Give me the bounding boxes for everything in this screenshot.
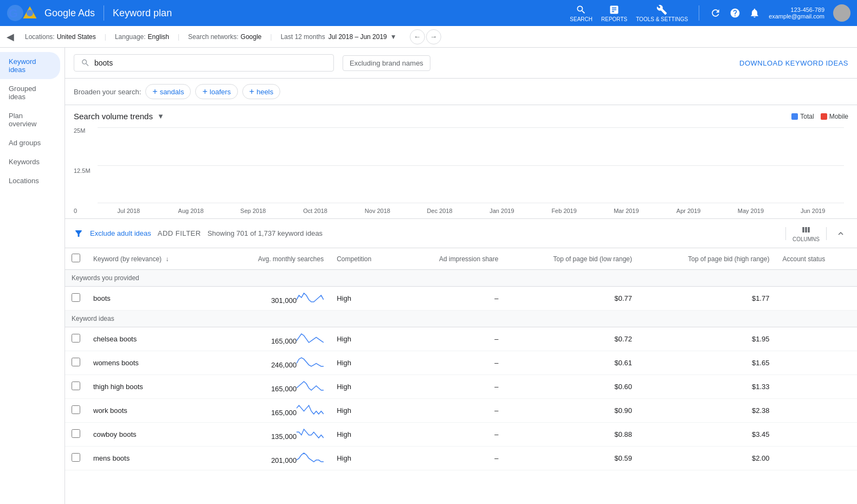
sidebar-item-keywords[interactable]: Keywords — [0, 152, 60, 171]
nav-divider — [104, 5, 104, 21]
broaden-tag-sandals[interactable]: + sandals — [145, 84, 191, 99]
table-row[interactable]: thigh high boots 165,000 High – $0.60 $1… — [65, 375, 857, 399]
reports-nav-button[interactable]: REPORTS — [601, 4, 627, 22]
keyword-search-input[interactable] — [94, 59, 327, 67]
row-checkbox[interactable] — [72, 358, 80, 366]
chart-x-labels: Jul 2018Aug 2018Sep 2018Oct 2018Nov 2018… — [98, 208, 844, 214]
notifications-button[interactable] — [749, 8, 760, 18]
row-bid-high: $1.33 — [639, 375, 776, 399]
row-checkbox[interactable] — [72, 382, 80, 390]
row-checkbox-cell[interactable] — [65, 375, 87, 399]
chart-legend: Total Mobile — [791, 113, 848, 120]
row-checkbox[interactable] — [72, 334, 80, 343]
filter-right: COLUMNS — [783, 224, 848, 242]
date-range-filter[interactable]: Last 12 months Jul 2018 – Jun 2019 ▼ — [281, 33, 397, 41]
add-filter-button[interactable]: ADD FILTER — [158, 229, 201, 237]
user-avatar[interactable] — [833, 4, 850, 22]
table-row[interactable]: work boots 165,000 High – $0.90 $2.38 — [65, 399, 857, 423]
search-networks-label: Search networks: — [188, 33, 239, 41]
date-prev-button[interactable]: ← — [410, 29, 425, 44]
row-checkbox[interactable] — [72, 453, 80, 462]
showing-text: Showing 701 of 1,737 keyword ideas — [208, 229, 323, 237]
date-range-dropdown-icon[interactable]: ▼ — [390, 33, 397, 41]
main-content: Excluding brand names DOWNLOAD KEYWORD I… — [65, 48, 857, 504]
y-label-25m: 25M — [74, 127, 95, 134]
row-checkbox-cell[interactable] — [65, 351, 87, 375]
row-bid-low: $0.59 — [505, 447, 639, 470]
legend-mobile-label: Mobile — [829, 113, 848, 120]
th-keyword[interactable]: Keyword (by relevance) ↓ — [87, 248, 216, 270]
language-filter[interactable]: Language: English — [115, 33, 169, 41]
mini-trend-chart — [297, 357, 324, 367]
row-bid-low: $0.60 — [505, 375, 639, 399]
locations-filter[interactable]: Locations: United States — [25, 33, 96, 41]
filter-icon — [74, 229, 83, 238]
tools-nav-label: TOOLS & SETTINGS — [636, 16, 688, 22]
plus-icon-3: + — [249, 87, 254, 96]
x-label: Apr 2019 — [658, 208, 720, 214]
exclude-adult-link[interactable]: Exclude adult ideas — [90, 229, 151, 237]
th-checkbox[interactable] — [65, 248, 87, 270]
date-range-value: Jul 2018 – Jun 2019 — [328, 33, 387, 41]
row-checkbox-cell[interactable] — [65, 399, 87, 423]
row-account-status — [776, 447, 857, 470]
search-nav-label: SEARCH — [570, 16, 592, 22]
broaden-tag-loafers[interactable]: + loafers — [195, 84, 237, 99]
row-bid-high: $1.95 — [639, 327, 776, 351]
row-impression-share: – — [399, 447, 505, 470]
row-checkbox-cell[interactable] — [65, 447, 87, 470]
chart-dropdown-icon[interactable]: ▼ — [157, 112, 164, 120]
table-row[interactable]: mens boots 201,000 High – $0.59 $2.00 — [65, 447, 857, 470]
download-keyword-ideas-button[interactable]: DOWNLOAD KEYWORD IDEAS — [739, 59, 848, 67]
sep3: | — [270, 33, 272, 41]
filter-divider-2 — [826, 227, 827, 240]
legend-total-dot — [791, 113, 798, 120]
row-bid-high: $1.65 — [639, 351, 776, 375]
sidebar-item-ad-groups[interactable]: Ad groups — [0, 133, 60, 152]
date-next-button[interactable]: → — [426, 29, 441, 44]
excluding-brand-button[interactable]: Excluding brand names — [343, 55, 430, 71]
table-row[interactable]: cowboy boots 135,000 High – $0.88 $3.45 — [65, 423, 857, 447]
app-name: Google Ads — [44, 8, 95, 19]
search-input-wrap[interactable] — [74, 54, 334, 72]
row-checkbox-cell[interactable] — [65, 327, 87, 351]
broaden-heels-label: heels — [256, 88, 273, 96]
row-competition: High — [330, 423, 399, 447]
row-checkbox[interactable] — [72, 429, 80, 438]
tools-nav-button[interactable]: TOOLS & SETTINGS — [636, 4, 688, 22]
x-label: Mar 2019 — [595, 208, 658, 214]
sidebar-item-plan-overview[interactable]: Plan overview — [0, 106, 60, 133]
sidebar: Keyword ideas Grouped ideas Plan overvie… — [0, 48, 65, 504]
collapse-button[interactable] — [833, 226, 848, 241]
row-impression-share: – — [399, 375, 505, 399]
search-bar: Excluding brand names DOWNLOAD KEYWORD I… — [65, 48, 857, 79]
refresh-button[interactable] — [710, 8, 721, 18]
row-avg-searches: 201,000 — [216, 447, 330, 470]
row-checkbox-cell[interactable] — [65, 287, 87, 311]
sidebar-toggle[interactable]: ◀ — [7, 31, 14, 43]
row-keyword: mens boots — [87, 447, 216, 470]
table-row[interactable]: womens boots 246,000 High – $0.61 $1.65 — [65, 351, 857, 375]
search-networks-value: Google — [241, 33, 262, 41]
table-row[interactable]: chelsea boots 165,000 High – $0.72 $1.95 — [65, 327, 857, 351]
row-checkbox[interactable] — [72, 405, 80, 414]
legend-total: Total — [791, 113, 814, 120]
locations-value: United States — [57, 33, 96, 41]
row-checkbox-cell[interactable] — [65, 423, 87, 447]
x-label: Sep 2018 — [222, 208, 285, 214]
columns-button[interactable]: COLUMNS — [792, 224, 820, 242]
x-label: Feb 2019 — [533, 208, 595, 214]
plus-icon: + — [152, 87, 157, 96]
sidebar-item-locations[interactable]: Locations — [0, 171, 60, 190]
search-networks-filter[interactable]: Search networks: Google — [188, 33, 261, 41]
help-button[interactable] — [730, 8, 740, 18]
search-nav-button[interactable]: SEARCH — [570, 4, 592, 22]
legend-mobile-dot — [821, 113, 827, 120]
sidebar-item-keyword-ideas[interactable]: Keyword ideas — [0, 52, 60, 79]
row-checkbox[interactable] — [72, 293, 80, 302]
broaden-sandals-label: sandals — [160, 88, 184, 96]
broaden-tag-heels[interactable]: + heels — [242, 84, 280, 99]
select-all-checkbox[interactable] — [72, 254, 80, 262]
table-row[interactable]: boots 301,000 High – $0.77 $1.77 — [65, 287, 857, 311]
sidebar-item-grouped-ideas[interactable]: Grouped ideas — [0, 79, 60, 106]
